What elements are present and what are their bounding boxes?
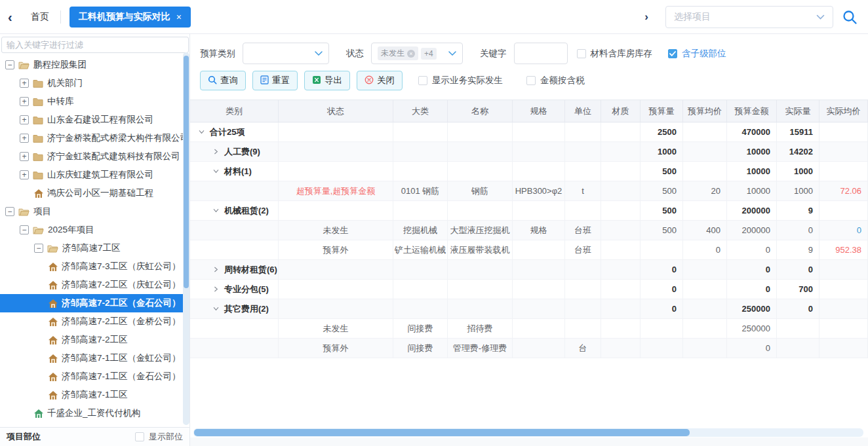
checkbox-icon[interactable] [526, 76, 536, 85]
expand-icon[interactable] [212, 148, 220, 155]
tab-budget-vs-actual[interactable]: 工料机预算与实际对比 × [69, 7, 191, 28]
tree-item[interactable]: 济邹高速7-2工区（庆虹公司） [0, 276, 183, 294]
tag-remove-icon[interactable]: × [407, 50, 415, 58]
show-actual-checkbox[interactable]: 显示业务实际发生 [418, 75, 503, 86]
show-parts-checkbox[interactable]: 显示部位 [135, 431, 183, 443]
tree-item[interactable]: +机关部门 [0, 74, 183, 92]
tree-item[interactable]: −2025年项目 [0, 221, 183, 239]
tree-item[interactable]: −济邹高速7工区 [0, 239, 183, 257]
cell-actual-price [819, 280, 868, 299]
cell-budget-price [683, 339, 727, 358]
tax-checkbox[interactable]: 金额按含税 [526, 75, 585, 86]
tree-item[interactable]: +山东金石建设工程有限公司 [0, 111, 183, 129]
cell-spec [513, 240, 565, 259]
tree-toggle-icon[interactable]: − [34, 244, 43, 253]
collapse-icon[interactable] [198, 128, 205, 136]
horizontal-scrollbar[interactable] [193, 428, 863, 437]
checkbox-checked-icon[interactable] [668, 49, 677, 58]
tree-toggle-icon[interactable]: − [5, 207, 14, 216]
tab-close-icon[interactable]: × [176, 12, 182, 22]
query-button[interactable]: 查询 [200, 71, 246, 90]
tree-toggle-icon[interactable]: + [20, 134, 29, 143]
cell-material [601, 162, 641, 181]
close-button[interactable]: 关闭 [357, 71, 403, 90]
tree-toggle-icon[interactable]: + [20, 79, 29, 88]
show-parts-label: 显示部位 [149, 431, 183, 443]
tree-item[interactable]: 济邹高速7-1工区 [0, 386, 183, 404]
filter-row-1: 预算类别 状态 未发生 × +4 [190, 34, 868, 64]
collapse-icon[interactable] [212, 168, 220, 175]
horizontal-scrollbar-thumb[interactable] [194, 429, 690, 436]
tree-item[interactable]: 济邹高速7-1工区（金石公司） [0, 367, 183, 386]
table-group-row[interactable]: 材料(1)500100001000 [190, 162, 868, 181]
cell-category: 材料(1) [190, 162, 279, 181]
material-stock-label: 材料含库房库存 [591, 48, 653, 60]
expand-arrow-icon[interactable]: › [644, 10, 648, 24]
cell-actual-qty: 0 [777, 299, 819, 318]
material-stock-checkbox[interactable]: 材料含库房库存 [577, 48, 653, 60]
cell-major-class: 间接费 [393, 339, 448, 358]
tree-item[interactable]: 济邹高速7-3工区（庆虹公司） [0, 257, 183, 276]
back-arrow-icon[interactable]: ‹ [8, 10, 12, 24]
collapse-icon[interactable] [212, 305, 220, 312]
tree-item[interactable]: 济邹高速7-1工区（金虹公司） [0, 349, 183, 367]
folder-icon [33, 98, 43, 106]
cell-unit [565, 319, 601, 338]
cell-status: 超预算量,超预算金额 [279, 181, 393, 200]
table-group-row[interactable]: 合计25项250047000015911 [190, 122, 868, 142]
table-row[interactable]: 未发生间接费招待费250000 [190, 319, 868, 339]
reset-button[interactable]: 重置 [252, 71, 298, 90]
include-sub-checkbox[interactable]: 含子级部位 [668, 48, 726, 60]
tree-scrollbar[interactable] [183, 52, 189, 425]
table-row[interactable]: 未发生挖掘机械大型液压挖掘机规格台班50040020000000 [190, 221, 868, 240]
cell-budget-amount: 10000 [727, 181, 777, 200]
tree-toggle-icon[interactable]: + [20, 115, 29, 124]
cell-actual-price [819, 142, 868, 161]
house-icon [34, 409, 43, 418]
project-select[interactable]: 选择项目 [665, 6, 833, 28]
cell-material [601, 201, 641, 220]
cell-budget-price [683, 299, 727, 318]
tab-home[interactable]: 首页 [31, 11, 49, 23]
tree-item[interactable]: 济邹高速7-2工区（金桥公司） [0, 312, 183, 331]
checkbox-icon[interactable] [577, 49, 586, 58]
table-group-row[interactable]: 周转材租赁(6)000 [190, 260, 868, 280]
tree-scrollbar-thumb[interactable] [184, 56, 189, 288]
collapse-icon[interactable] [212, 207, 220, 214]
export-button[interactable]: 导出 [304, 71, 350, 90]
table-row[interactable]: 预算外铲土运输机械液压履带装载机台班009952.38 [190, 240, 868, 260]
cell-major-class [393, 280, 448, 299]
expand-icon[interactable] [212, 286, 220, 293]
tree-item[interactable]: −项目 [0, 202, 183, 221]
tree-item[interactable]: −鹏程控股集团 [0, 56, 183, 74]
tree-item[interactable]: +济宁金桥装配式桥梁大构件有限公司 [0, 129, 183, 147]
tree-item[interactable]: 鸿庆公司小区一期基础工程 [0, 184, 183, 202]
checkbox-icon[interactable] [418, 76, 427, 85]
checkbox-icon[interactable] [135, 432, 144, 441]
budget-type-select[interactable] [243, 43, 329, 64]
table-row[interactable]: 预算外间接费管理费-修理费台0 [190, 339, 868, 358]
tree-toggle-icon[interactable]: − [20, 225, 29, 234]
tree-filter-input[interactable] [1, 37, 189, 53]
tree-item[interactable]: 千盛企业_工资代付机构 [0, 404, 183, 422]
tree-item[interactable]: +济宁金虹装配式建筑科技有限公司 [0, 147, 183, 166]
expand-icon[interactable] [212, 266, 220, 273]
table-group-row[interactable]: 机械租赁(2)5002000009 [190, 201, 868, 221]
search-icon[interactable] [842, 9, 858, 25]
tree-toggle-icon[interactable]: + [20, 152, 29, 161]
tree-toggle-icon[interactable]: − [5, 60, 14, 69]
tree-item[interactable]: +中转库 [0, 92, 183, 111]
keyword-input[interactable] [514, 43, 568, 64]
status-multiselect[interactable]: 未发生 × +4 [371, 43, 463, 64]
tree-toggle-icon[interactable]: + [20, 97, 29, 106]
folder-icon [33, 79, 43, 88]
column-header: 预算量 [641, 100, 683, 122]
tree-toggle-icon[interactable]: + [20, 170, 29, 179]
table-group-row[interactable]: 人工费(9)10001000014202 [190, 142, 868, 162]
tree-item[interactable]: +山东庆虹建筑工程有限公司 [0, 166, 183, 184]
table-group-row[interactable]: 专业分包(5)00700 [190, 280, 868, 299]
tree-item[interactable]: 济邹高速7-2工区（金石公司） [0, 294, 183, 312]
tree-item[interactable]: 济邹高速7-2工区 [0, 331, 183, 349]
table-row[interactable]: 超预算量,超预算金额0101 钢筋钢筋HPB300>φ2t50020100001… [190, 181, 868, 201]
table-group-row[interactable]: 其它费用(2)02500000 [190, 299, 868, 319]
